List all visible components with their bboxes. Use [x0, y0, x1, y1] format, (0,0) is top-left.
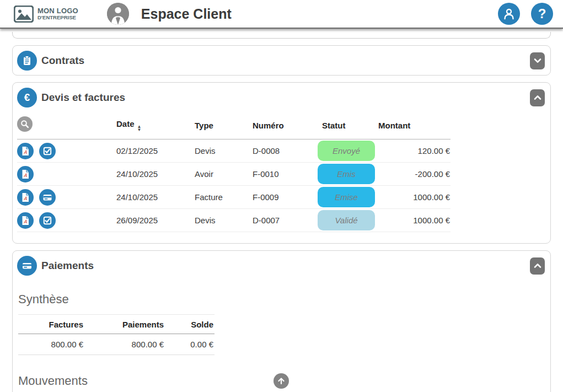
synthese-table: Factures Paiements Solde 800.00 € 800.00… [18, 314, 215, 355]
account-button[interactable] [498, 3, 520, 25]
cell-date: 24/10/2025 [116, 169, 195, 179]
cell-montant: 1000.00 € [377, 216, 451, 225]
paiements-card: Paiements Synthèse Factures Paiements So… [12, 250, 551, 392]
synthese-heading: Synthèse [18, 292, 545, 307]
pdf-icon: A [17, 212, 34, 229]
devis-table-header: Date▲▼ Type Numéro Statut Montant [17, 113, 451, 139]
status-badge: Envoyé [318, 141, 375, 161]
column-montant: Montant [377, 121, 451, 130]
chevron-up-icon [533, 261, 543, 271]
synthese-values-row: 800.00 € 800.00 € 0.00 € [18, 334, 215, 355]
search-button[interactable] [17, 116, 33, 132]
pdf-icon: A [17, 166, 34, 182]
chevron-up-icon [533, 93, 543, 103]
cell-montant: 1000.00 € [377, 192, 451, 202]
paiements-total: 800.00 € [84, 334, 165, 355]
table-row: A 02/12/2025 Devis D-0008 Envoyé 1 [17, 139, 451, 163]
devis-table: Date▲▼ Type Numéro Statut Montant A [17, 113, 451, 232]
company-logo: MON LOGO D'ENTREPRISE [14, 6, 78, 23]
question-mark-icon: ? [538, 6, 546, 22]
cell-montant: -200.00 € [377, 169, 451, 179]
mouvements-heading: Mouvements [18, 374, 88, 388]
app-header: MON LOGO D'ENTREPRISE Espace Client ? [0, 0, 563, 29]
arrow-up-icon [277, 377, 286, 385]
cell-numero: F-0009 [253, 192, 318, 202]
logo-image-icon [14, 6, 34, 23]
cell-type: Devis [195, 216, 253, 225]
paiements-title: Paiements [41, 260, 94, 272]
solde-total: 0.00 € [165, 334, 215, 355]
checkbox-check-icon [39, 143, 56, 159]
paiements-collapse-button[interactable] [530, 257, 545, 275]
cell-type: Avoir [195, 169, 253, 179]
credit-card-icon [39, 189, 56, 206]
download-pdf-button[interactable]: A [17, 143, 34, 159]
contrats-card: Contrats [12, 45, 551, 76]
column-statut: Statut [318, 121, 377, 130]
page-title: Espace Client [141, 6, 232, 22]
pdf-icon: A [17, 189, 34, 206]
chevron-down-icon [533, 56, 543, 66]
column-factures: Factures [18, 315, 84, 334]
table-row: A 24/10/2025 Avoir F-0010 Emis -200.00 € [17, 163, 451, 186]
devis-collapse-button[interactable] [530, 89, 545, 106]
contrats-title: Contrats [41, 55, 84, 67]
status-badge: Emis [318, 164, 375, 184]
scrolled-card-edge [12, 32, 551, 39]
status-badge: Emise [318, 187, 375, 207]
table-row: A 24/10/2025 Facture F-0009 [17, 186, 451, 209]
clipboard-icon [17, 51, 37, 71]
logo-line2: D'ENTREPRISE [37, 15, 78, 20]
column-type: Type [195, 121, 253, 130]
credit-card-icon [17, 256, 37, 276]
cell-montant: 120.00 € [377, 146, 451, 155]
cell-type: Devis [195, 146, 253, 155]
help-button[interactable]: ? [531, 3, 553, 25]
contrats-expand-button[interactable] [530, 52, 545, 69]
download-pdf-button[interactable]: A [17, 212, 34, 229]
download-pdf-button[interactable]: A [17, 166, 34, 182]
column-paiements: Paiements [84, 315, 165, 334]
column-date: Date [116, 119, 135, 128]
user-icon [502, 7, 516, 20]
accept-devis-button[interactable] [39, 143, 56, 159]
synthese-table-header: Factures Paiements Solde [18, 315, 215, 334]
svg-text:A: A [24, 218, 27, 224]
svg-text:A: A [24, 172, 27, 178]
pdf-icon: A [17, 143, 34, 159]
svg-text:A: A [24, 195, 27, 201]
client-avatar [107, 3, 129, 25]
column-solde: Solde [165, 315, 215, 334]
person-suit-icon [107, 3, 129, 25]
devis-title: Devis et factures [41, 92, 125, 104]
scroll-to-top-button[interactable] [274, 373, 289, 389]
checkbox-check-icon [39, 212, 56, 229]
cell-date: 26/09/2025 [116, 216, 195, 225]
column-numero: Numéro [253, 121, 318, 130]
factures-total: 800.00 € [18, 334, 84, 355]
search-icon [17, 116, 33, 132]
euro-icon: € [17, 88, 37, 108]
cell-date: 24/10/2025 [116, 192, 195, 202]
sort-date-button[interactable]: ▲▼ [137, 125, 142, 131]
cell-numero: D-0008 [253, 146, 318, 155]
svg-text:A: A [24, 149, 27, 154]
download-pdf-button[interactable]: A [17, 189, 34, 206]
cell-numero: F-0010 [253, 169, 318, 179]
table-row: A 26/09/2025 Devis D-0007 Validé 1 [17, 209, 451, 232]
cell-date: 02/12/2025 [116, 146, 195, 155]
devis-factures-card: € Devis et factures [12, 82, 551, 244]
pay-invoice-button[interactable] [39, 189, 56, 206]
status-badge: Validé [318, 210, 375, 230]
cell-type: Facture [195, 192, 253, 202]
accept-devis-button[interactable] [39, 212, 56, 229]
cell-numero: D-0007 [253, 216, 318, 225]
logo-line1: MON LOGO [37, 7, 78, 15]
